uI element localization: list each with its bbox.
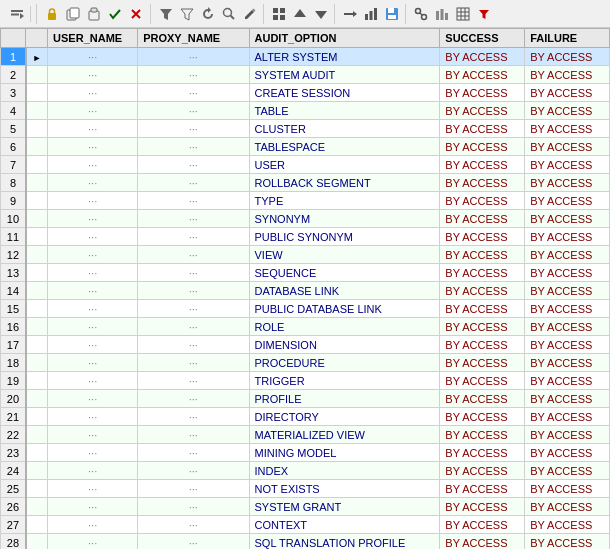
cell-success: BY ACCESS [440, 408, 525, 426]
table-row[interactable]: 12······VIEWBY ACCESSBY ACCESS [1, 246, 610, 264]
table-row[interactable]: 4······TABLEBY ACCESSBY ACCESS [1, 102, 610, 120]
table-row[interactable]: 28······SQL TRANSLATION PROFILEBY ACCESS… [1, 534, 610, 550]
table-row[interactable]: 25······NOT EXISTSBY ACCESSBY ACCESS [1, 480, 610, 498]
cell-proxyname: ··· [138, 48, 249, 66]
cell-auditoption: SEQUENCE [249, 264, 440, 282]
row-indicator [26, 354, 48, 372]
paste-button[interactable] [84, 4, 104, 24]
table-row[interactable]: 8······ROLLBACK SEGMENTBY ACCESSBY ACCES… [1, 174, 610, 192]
table-row[interactable]: 22······MATERIALIZED VIEWBY ACCESSBY ACC… [1, 426, 610, 444]
table-row[interactable]: 24······INDEXBY ACCESSBY ACCESS [1, 462, 610, 480]
cell-username: ··· [48, 264, 138, 282]
grid-button[interactable] [269, 4, 289, 24]
cell-username: ··· [48, 84, 138, 102]
col-header-failure[interactable]: FAILURE [525, 29, 610, 48]
cell-username: ··· [48, 480, 138, 498]
cell-username: ··· [48, 444, 138, 462]
save-button[interactable] [382, 4, 402, 24]
pencil-button[interactable] [240, 4, 260, 24]
cell-failure: BY ACCESS [525, 192, 610, 210]
table-row[interactable]: 15······PUBLIC DATABASE LINKBY ACCESSBY … [1, 300, 610, 318]
cell-auditoption: DIMENSION [249, 336, 440, 354]
toolbar-group-misc [408, 4, 497, 24]
cell-proxyname: ··· [138, 246, 249, 264]
table-row[interactable]: 11······PUBLIC SYNONYMBY ACCESSBY ACCESS [1, 228, 610, 246]
cell-failure: BY ACCESS [525, 48, 610, 66]
cell-success: BY ACCESS [440, 102, 525, 120]
row-number: 6 [1, 138, 26, 156]
refresh-button[interactable] [198, 4, 218, 24]
table-row[interactable]: 21······DIRECTORYBY ACCESSBY ACCESS [1, 408, 610, 426]
cell-success: BY ACCESS [440, 84, 525, 102]
table-row[interactable]: 20······PROFILEBY ACCESSBY ACCESS [1, 390, 610, 408]
filter-button[interactable] [156, 4, 176, 24]
row-indicator [26, 138, 48, 156]
arrow-button[interactable] [340, 4, 360, 24]
cell-auditoption: PROFILE [249, 390, 440, 408]
row-indicator [26, 120, 48, 138]
table-row[interactable]: 17······DIMENSIONBY ACCESSBY ACCESS [1, 336, 610, 354]
cell-proxyname: ··· [138, 120, 249, 138]
col-header-username[interactable]: USER_NAME [48, 29, 138, 48]
table-row[interactable]: 2······SYSTEM AUDITBY ACCESSBY ACCESS [1, 66, 610, 84]
table-row[interactable]: 6······TABLESPACEBY ACCESSBY ACCESS [1, 138, 610, 156]
col-header-success[interactable]: SUCCESS [440, 29, 525, 48]
svg-rect-27 [388, 15, 396, 19]
cell-username: ··· [48, 498, 138, 516]
svg-rect-32 [441, 9, 444, 20]
cell-username: ··· [48, 390, 138, 408]
cell-failure: BY ACCESS [525, 390, 610, 408]
cell-success: BY ACCESS [440, 192, 525, 210]
filter2-button[interactable] [177, 4, 197, 24]
chart-button[interactable] [361, 4, 381, 24]
row-number: 15 [1, 300, 26, 318]
cell-success: BY ACCESS [440, 48, 525, 66]
cell-failure: BY ACCESS [525, 318, 610, 336]
lock-button[interactable] [42, 4, 62, 24]
col-header-auditoption[interactable]: AUDIT_OPTION [249, 29, 440, 48]
table-row[interactable]: 27······CONTEXTBY ACCESSBY ACCESS [1, 516, 610, 534]
row-indicator [26, 264, 48, 282]
col-header-proxyname[interactable]: PROXY_NAME [138, 29, 249, 48]
barchart-button[interactable] [432, 4, 452, 24]
table-row[interactable]: 18······PROCEDUREBY ACCESSBY ACCESS [1, 354, 610, 372]
up-button[interactable] [290, 4, 310, 24]
row-indicator [26, 390, 48, 408]
delete-button[interactable] [126, 4, 146, 24]
cell-failure: BY ACCESS [525, 66, 610, 84]
svg-rect-34 [457, 8, 469, 20]
table-row[interactable]: 1►······ALTER SYSTEMBY ACCESSBY ACCESS [1, 48, 610, 66]
table-row[interactable]: 16······ROLEBY ACCESSBY ACCESS [1, 318, 610, 336]
cell-failure: BY ACCESS [525, 336, 610, 354]
down-button[interactable] [311, 4, 331, 24]
search-button[interactable] [219, 4, 239, 24]
nav-button[interactable] [7, 4, 27, 24]
table-row[interactable]: 23······MINING MODELBY ACCESSBY ACCESS [1, 444, 610, 462]
table-row[interactable]: 26······SYSTEM GRANTBY ACCESSBY ACCESS [1, 498, 610, 516]
cell-proxyname: ··· [138, 138, 249, 156]
connection-button[interactable] [411, 4, 431, 24]
table-row[interactable]: 13······SEQUENCEBY ACCESSBY ACCESS [1, 264, 610, 282]
table-row[interactable]: 19······TRIGGERBY ACCESSBY ACCESS [1, 372, 610, 390]
table-row[interactable]: 5······CLUSTERBY ACCESSBY ACCESS [1, 120, 610, 138]
table-row[interactable]: 3······CREATE SESSIONBY ACCESSBY ACCESS [1, 84, 610, 102]
cell-proxyname: ··· [138, 84, 249, 102]
cell-failure: BY ACCESS [525, 174, 610, 192]
row-indicator [26, 102, 48, 120]
filter-down-button[interactable] [474, 4, 494, 24]
cell-success: BY ACCESS [440, 354, 525, 372]
table-view-button[interactable] [453, 4, 473, 24]
table-row[interactable]: 14······DATABASE LINKBY ACCESSBY ACCESS [1, 282, 610, 300]
cell-auditoption: ALTER SYSTEM [249, 48, 440, 66]
cell-proxyname: ··· [138, 228, 249, 246]
cell-username: ··· [48, 516, 138, 534]
table-row[interactable]: 7······USERBY ACCESSBY ACCESS [1, 156, 610, 174]
copy-button[interactable] [63, 4, 83, 24]
check-button[interactable] [105, 4, 125, 24]
table-row[interactable]: 9······TYPEBY ACCESSBY ACCESS [1, 192, 610, 210]
cell-username: ··· [48, 48, 138, 66]
row-indicator [26, 282, 48, 300]
svg-line-13 [231, 15, 235, 19]
table-row[interactable]: 10······SYNONYMBY ACCESSBY ACCESS [1, 210, 610, 228]
cell-failure: BY ACCESS [525, 408, 610, 426]
